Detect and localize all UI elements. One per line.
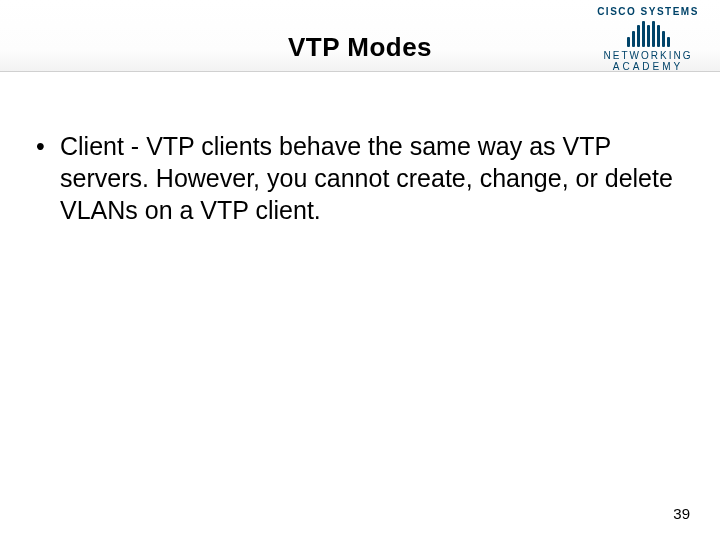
slide-header: VTP Modes CISCO SYSTEMS NETWORKING ACADE… bbox=[0, 0, 720, 72]
bullet-list: Client - VTP clients behave the same way… bbox=[32, 130, 688, 226]
logo-subline2: ACADEMY bbox=[588, 61, 708, 72]
slide-body: Client - VTP clients behave the same way… bbox=[0, 72, 720, 226]
bullet-item: Client - VTP clients behave the same way… bbox=[32, 130, 688, 226]
cisco-bridge-icon bbox=[618, 19, 678, 47]
logo-brand-text: CISCO SYSTEMS bbox=[588, 6, 708, 17]
logo-subline1: NETWORKING bbox=[588, 50, 708, 61]
page-number: 39 bbox=[673, 505, 690, 522]
cisco-logo: CISCO SYSTEMS NETWORKING ACADEMY bbox=[588, 6, 708, 72]
